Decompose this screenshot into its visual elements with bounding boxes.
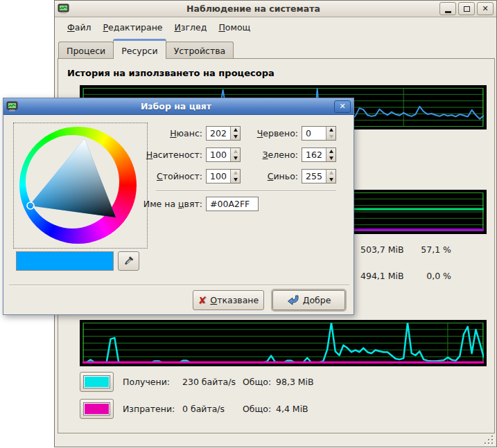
buttons-separator (9, 285, 349, 286)
main-titlebar[interactable]: Наблюдение на системата ✕ (55, 1, 496, 17)
cancel-button[interactable]: ✘ Отказване (193, 290, 264, 310)
memory-legend-row: 503,7 MiB 57,1 % (360, 244, 451, 255)
received-total-label: Общо: (243, 377, 276, 387)
spin-down-icon[interactable] (231, 134, 240, 141)
spin-down-icon[interactable] (231, 177, 240, 183)
swap-percent: 0,0 % (426, 271, 451, 281)
sent-rate: 0 байта/s (182, 404, 243, 414)
menu-file[interactable]: Файл (62, 20, 96, 35)
swap-legend-row: 494,1 MiB 0,0 % (360, 271, 451, 281)
tab-resources[interactable]: Ресурси (113, 39, 166, 59)
eyedropper-icon (123, 256, 134, 267)
maximize-icon (464, 6, 470, 12)
ok-icon (287, 295, 299, 305)
minimize-icon (445, 11, 451, 13)
blue-spinner[interactable]: 255 (302, 169, 336, 183)
spin-up-icon[interactable] (326, 170, 335, 177)
color-wheel-area[interactable] (13, 123, 148, 249)
dialog-title: Избор на цвят (18, 101, 334, 111)
blue-label: Синьо: (243, 169, 298, 183)
red-label: Червено: (243, 126, 298, 141)
spinner-value[interactable]: 100 (207, 148, 230, 161)
fields-separator (156, 190, 336, 192)
maximize-button[interactable] (458, 2, 475, 15)
menu-view[interactable]: Изглед (170, 20, 212, 35)
spin-down-icon[interactable] (326, 134, 335, 141)
spinner-value[interactable]: 202 (207, 127, 230, 140)
received-color-swatch (84, 376, 110, 388)
spin-down-icon[interactable] (326, 155, 335, 162)
received-legend-row: Получени: 230 байта/s Общо: 98,3 MiB (80, 372, 487, 392)
tab-processes[interactable]: Процеси (58, 42, 114, 59)
close-button[interactable]: ✕ (477, 2, 494, 15)
menubar: Файл Редактиране Изглед Помощ (55, 18, 496, 37)
memory-percent: 57,1 % (421, 244, 451, 255)
dialog-titlebar[interactable]: Избор на цвят ✕ (3, 98, 354, 115)
received-color-button[interactable] (80, 372, 114, 392)
dialog-icon (6, 101, 18, 111)
spin-up-icon[interactable] (326, 127, 335, 134)
green-spinner[interactable]: 162 (302, 147, 336, 162)
color-name-label: Име на цвят: (128, 197, 202, 211)
spin-up-icon[interactable] (231, 170, 240, 177)
sent-color-swatch (84, 403, 110, 415)
menu-edit[interactable]: Редактиране (98, 20, 168, 35)
sent-legend-row: Изпратени: 0 байта/s Общо: 4,4 MiB (80, 399, 487, 419)
color-preview (16, 251, 114, 271)
sent-total-label: Общо: (243, 404, 276, 414)
color-name-input[interactable]: #00A2FF (206, 197, 259, 211)
spin-down-icon[interactable] (231, 155, 240, 162)
swap-amount: 494,1 MiB (360, 271, 404, 281)
eyedropper-button[interactable] (118, 251, 139, 271)
main-window-title: Наблюдение на системата (69, 3, 437, 14)
memory-amount: 503,7 MiB (360, 244, 404, 255)
saturation-spinner[interactable]: 100 (206, 147, 241, 162)
spinner-value[interactable]: 0 (302, 127, 326, 140)
value-label: Стойност: (146, 169, 202, 183)
sent-label: Изпратени: (123, 404, 182, 414)
received-label: Получени: (123, 377, 182, 387)
spin-up-icon[interactable] (326, 148, 335, 155)
ok-label: Добре (303, 295, 331, 305)
cancel-icon: ✘ (198, 296, 207, 305)
value-spinner[interactable]: 100 (206, 169, 241, 183)
hue-spinner[interactable]: 202 (206, 126, 241, 141)
cpu-history-heading: История на използването на процесора (67, 68, 274, 78)
green-label: Зелено: (243, 147, 298, 162)
color-picker-dialog: Избор на цвят ✕ Нюанс: 2 (3, 98, 354, 315)
sent-total: 4,4 MiB (276, 404, 308, 414)
ok-button[interactable]: Добре (272, 290, 345, 310)
spinner-value[interactable]: 255 (302, 170, 326, 183)
menu-help[interactable]: Помощ (213, 20, 255, 35)
received-rate: 230 байта/s (182, 377, 243, 387)
minimize-button[interactable] (439, 2, 456, 15)
dialog-close-icon: ✕ (339, 102, 345, 111)
network-history-chart (80, 320, 487, 366)
red-spinner[interactable]: 0 (302, 126, 336, 141)
received-total: 98,3 MiB (276, 377, 314, 387)
spin-up-icon[interactable] (231, 127, 240, 134)
spin-down-icon[interactable] (326, 177, 335, 183)
resize-grip[interactable] (484, 435, 494, 445)
saturation-label: Наситеност: (146, 147, 202, 162)
hue-label: Нюанс: (146, 126, 202, 141)
spinner-value[interactable]: 162 (302, 148, 326, 161)
hsv-triangle[interactable] (14, 123, 148, 249)
spin-up-icon[interactable] (231, 148, 240, 155)
cancel-label: Отказване (210, 295, 259, 305)
dialog-close-button[interactable]: ✕ (334, 100, 351, 113)
spinner-value[interactable]: 100 (207, 170, 230, 183)
close-icon: ✕ (482, 4, 488, 13)
sent-color-button[interactable] (80, 399, 114, 419)
tab-devices[interactable]: Устройства (166, 42, 234, 59)
statusbar (55, 433, 496, 446)
system-monitor-icon (58, 3, 69, 14)
tab-strip: Процеси Ресурси Устройства (58, 39, 493, 59)
